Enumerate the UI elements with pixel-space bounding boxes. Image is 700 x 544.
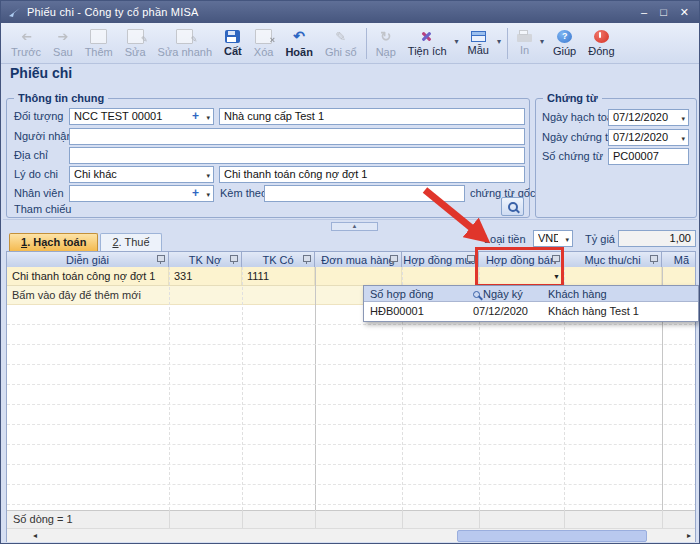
footer-separator <box>315 510 316 528</box>
toolbar-button-ghi-sổ[interactable]: Ghi sổ <box>319 25 363 62</box>
column-header-tk-có[interactable]: TK Có <box>242 252 315 267</box>
pin-icon[interactable] <box>467 255 475 262</box>
doi-tuong-name-field[interactable]: Nhà cung cấp Test 1 <box>219 108 525 125</box>
pin-icon[interactable] <box>230 255 238 262</box>
column-header-đơn-mua-hàng[interactable]: Đơn mua hàng <box>315 252 402 267</box>
template-icon <box>471 31 486 42</box>
grid-cell[interactable]: Chi thanh toán công nợ đợt 1 <box>7 267 169 285</box>
toolbar-button-trước[interactable]: Trước <box>5 25 47 62</box>
popup-column-khách-hàng[interactable]: Khách hàng <box>542 286 698 301</box>
grid-row-1[interactable]: Chi thanh toán công nợ đợt 13311111▼ <box>7 267 696 286</box>
horizontal-scrollbar[interactable]: ◂ ▸ <box>7 528 696 542</box>
toolbar-button-label: Ghi sổ <box>325 46 357 58</box>
doi-tuong-combo[interactable]: NCC TEST 00001 + ▾ <box>69 108 214 125</box>
toolbar-button-sửa-nhanh[interactable]: Sửa nhanh <box>152 25 218 62</box>
grid-cell[interactable] <box>564 267 662 285</box>
cell-dropdown-icon[interactable]: ▼ <box>553 273 560 280</box>
ngay-chung-tu-value: 07/12/2020 <box>613 130 674 145</box>
pin-icon[interactable] <box>650 255 658 262</box>
toolbar-button-giúp[interactable]: Giúp <box>547 25 582 62</box>
rate-value: 1,00 <box>623 231 691 246</box>
nguoi-nhan-field[interactable] <box>69 128 525 145</box>
column-header-hợp-đồng-mua[interactable]: Hợp đồng mua <box>402 252 479 267</box>
currency-combo[interactable]: VND ▾ <box>533 230 573 247</box>
chevron-down-icon[interactable]: ▾ <box>497 37 501 46</box>
kem-theo-field[interactable] <box>264 185 465 202</box>
pin-icon[interactable] <box>303 255 311 262</box>
toolbar-button-in[interactable]: In▾ <box>511 25 547 62</box>
chevron-down-icon[interactable]: ▾ <box>206 172 210 179</box>
toolbar-button-label: In <box>520 44 529 56</box>
app-window: Phiếu chi - Công ty cổ phần MISA – □ ✕ T… <box>0 0 700 544</box>
chevron-down-icon[interactable]: ▾ <box>455 37 459 46</box>
app-icon <box>8 6 21 18</box>
chevron-down-icon[interactable]: ▾ <box>681 135 685 142</box>
toolbar-separator <box>366 28 367 59</box>
ly-do-chi-combo[interactable]: Chi khác ▾ <box>69 166 214 183</box>
toolbar-button-nạp[interactable]: Nạp <box>370 25 402 62</box>
column-header-mã[interactable]: Mã <box>662 252 696 267</box>
ngay-chung-tu-picker[interactable]: 07/12/2020 ▾ <box>608 129 689 146</box>
so-chung-tu-field[interactable]: PC00007 <box>608 148 689 165</box>
popup-column-ngày-ký[interactable]: Ngày ký <box>467 286 542 301</box>
grid-hline <box>7 384 696 385</box>
tab-1.-hạch-toán[interactable]: 1. Hạch toán <box>9 233 98 251</box>
grid-cell[interactable]: 331 <box>169 267 242 285</box>
toolbar-button-đóng[interactable]: Đóng <box>582 25 620 62</box>
column-header-mục-thu/chi[interactable]: Mục thu/chi <box>564 252 662 267</box>
toolbar-button-sau[interactable]: Sau <box>47 25 79 62</box>
popup-row[interactable]: HĐB0000107/12/2020Khách hàng Test 1 <box>364 302 698 321</box>
dia-chi-field[interactable] <box>69 147 525 164</box>
pin-icon[interactable] <box>552 255 560 262</box>
grid-cell[interactable]: 1111 <box>242 267 315 285</box>
grid-cell[interactable]: ▼ <box>479 267 564 285</box>
grid-cell[interactable] <box>315 267 402 285</box>
grid-cell[interactable] <box>402 267 479 285</box>
column-header-tk-nợ[interactable]: TK Nợ <box>169 252 242 267</box>
pin-icon[interactable] <box>390 255 398 262</box>
add-icon[interactable]: + <box>192 186 199 201</box>
ly-do-chi-desc: Chi thanh toán công nợ đợt 1 <box>224 167 520 182</box>
close-button[interactable]: ✕ <box>680 6 689 19</box>
toolbar-separator <box>507 28 508 59</box>
toolbar-button-xóa[interactable]: Xóa <box>248 25 280 62</box>
pin-icon[interactable] <box>157 255 165 262</box>
chevron-down-icon[interactable]: ▾ <box>540 37 544 46</box>
chevron-down-icon[interactable]: ▾ <box>565 236 569 243</box>
toolbar-button-cất[interactable]: Cất <box>218 25 248 62</box>
tab-2.-thuế[interactable]: 2. Thuế <box>100 233 161 251</box>
grid-cell[interactable] <box>662 267 696 285</box>
toolbar-button-tiện-ích[interactable]: Tiện ích▾ <box>402 25 462 62</box>
scrollbar-thumb[interactable] <box>457 530 647 542</box>
popup-header-row: Số hợp đồngNgày kýKhách hàng <box>364 286 698 302</box>
grid-hline <box>7 504 696 505</box>
column-header-diễn-giải[interactable]: Diễn giải <box>7 252 169 267</box>
scroll-left-button[interactable]: ◂ <box>28 530 42 542</box>
chevron-down-icon[interactable]: ▾ <box>681 115 685 122</box>
toolbar-button-label: Sửa nhanh <box>158 46 212 58</box>
group-voucher-legend: Chứng từ <box>543 92 602 104</box>
toolbar-button-sửa[interactable]: Sửa <box>119 25 152 62</box>
chevron-down-icon[interactable]: ▾ <box>206 114 210 121</box>
toolbar-button-thêm[interactable]: Thêm <box>79 25 119 62</box>
scroll-right-button[interactable]: ▸ <box>682 530 696 542</box>
collapse-button[interactable]: ▲ <box>331 222 378 231</box>
column-header-hợp-đồng-bán[interactable]: Hợp đồng bán <box>479 252 564 267</box>
rate-field[interactable]: 1,00 <box>618 230 696 247</box>
zoom-button[interactable] <box>501 197 524 216</box>
ly-do-chi-desc-field[interactable]: Chi thanh toán công nợ đợt 1 <box>219 166 525 183</box>
nhan-vien-combo[interactable]: + ▾ <box>69 185 214 202</box>
ngay-hach-toan-picker[interactable]: 07/12/2020 ▾ <box>608 109 689 126</box>
toolbar-button-label: Tiện ích <box>408 45 447 57</box>
grid-vline <box>315 267 316 510</box>
minimize-button[interactable]: – <box>641 6 647 18</box>
maximize-button[interactable]: □ <box>660 6 667 18</box>
toolbar-button-label: Sau <box>53 46 73 58</box>
titlebar: Phiếu chi - Công ty cổ phần MISA – □ ✕ <box>1 1 699 23</box>
grid-vline <box>242 267 243 510</box>
chevron-down-icon[interactable]: ▾ <box>206 191 210 198</box>
popup-column-số-hợp-đồng[interactable]: Số hợp đồng <box>364 286 467 301</box>
toolbar-button-hoãn[interactable]: Hoãn <box>279 25 319 62</box>
toolbar-button-mẫu[interactable]: Mẫu▾ <box>462 25 504 62</box>
add-icon[interactable]: + <box>192 109 199 124</box>
